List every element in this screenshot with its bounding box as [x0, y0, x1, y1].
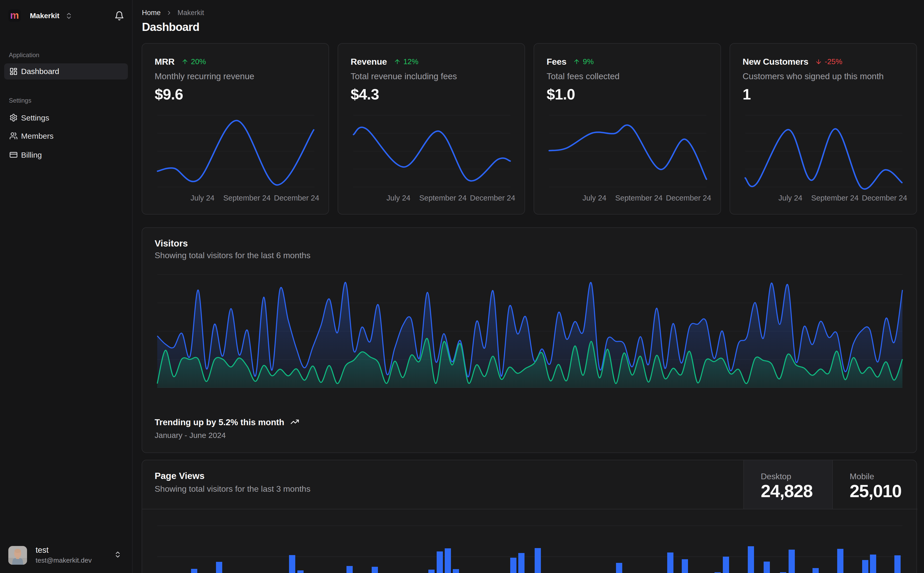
- svg-text:m: m: [10, 10, 19, 21]
